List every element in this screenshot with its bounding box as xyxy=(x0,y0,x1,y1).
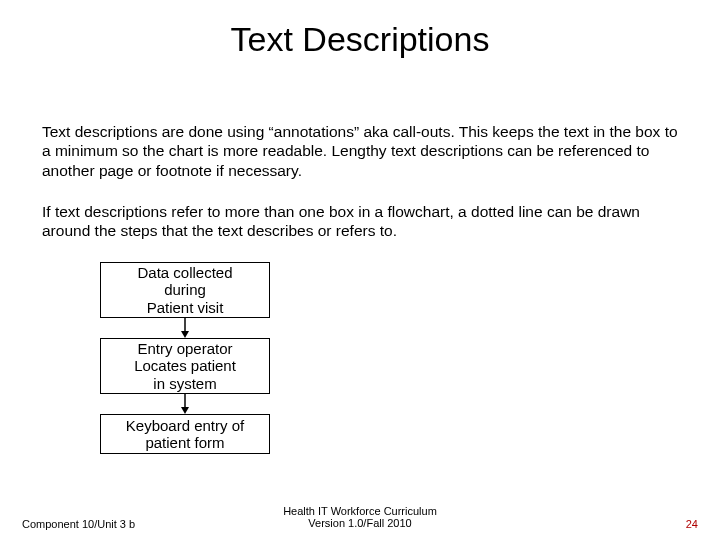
flow-box-2-line2: Locates patient xyxy=(134,357,236,374)
paragraph-2: If text descriptions refer to more than … xyxy=(42,202,678,241)
flow-box-1-line3: Patient visit xyxy=(147,299,224,316)
flow-box-2-line3: in system xyxy=(153,375,216,392)
svg-marker-1 xyxy=(181,331,189,338)
footer-center-line1: Health IT Workforce Curriculum xyxy=(283,505,437,517)
flow-box-2: Entry operator Locates patient in system xyxy=(100,338,270,394)
flow-box-1-line2: during xyxy=(164,281,206,298)
arrow-2 xyxy=(100,394,270,414)
flow-box-3: Keyboard entry of patient form xyxy=(100,414,270,454)
flow-box-3-line2: patient form xyxy=(145,434,224,451)
svg-marker-3 xyxy=(181,407,189,414)
footer-center: Health IT Workforce Curriculum Version 1… xyxy=(0,505,720,530)
flowchart: Data collected during Patient visit Entr… xyxy=(100,262,280,482)
flow-box-2-line1: Entry operator xyxy=(137,340,232,357)
arrow-down-icon xyxy=(180,394,190,414)
arrow-down-icon xyxy=(180,318,190,338)
slide-title: Text Descriptions xyxy=(0,20,720,59)
paragraph-1: Text descriptions are done using “annota… xyxy=(42,122,678,180)
flow-box-3-line1: Keyboard entry of xyxy=(126,417,244,434)
footer-center-line2: Version 1.0/Fall 2010 xyxy=(308,517,411,529)
flow-box-1: Data collected during Patient visit xyxy=(100,262,270,318)
flow-box-1-line1: Data collected xyxy=(137,264,232,281)
arrow-1 xyxy=(100,318,270,338)
slide-number: 24 xyxy=(686,518,698,530)
